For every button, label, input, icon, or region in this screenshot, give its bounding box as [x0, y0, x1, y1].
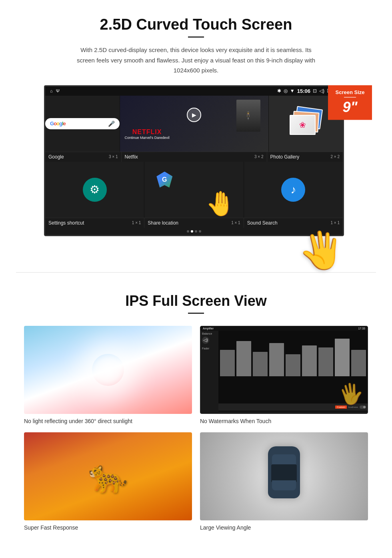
feature-car: Large Viewing Angle — [200, 432, 368, 531]
netflix-tile-label: Netflix 3 × 2 — [122, 152, 267, 162]
bluetooth-icon: ✱ — [277, 88, 281, 94]
eq-bar-9 — [351, 350, 366, 376]
photo-card-3: ❀ — [290, 115, 316, 135]
netflix-tile[interactable]: ▶ 🕴 NETFLIX Continue Marvel's Daredevil — [120, 96, 269, 152]
screen-size-badge: Screen Size 9" — [328, 85, 372, 120]
app-row-2: ⚙ G 🤚 — [45, 162, 343, 218]
settings-tile-inner: ⚙ — [45, 162, 144, 218]
eq-bar-7 — [318, 347, 333, 376]
netflix-subtitle: Continue Marvel's Daredevil — [125, 136, 170, 140]
home-icon: ⌂ — [50, 88, 53, 93]
sound-tile-inner: ♪ — [244, 162, 343, 218]
app-row-1: Google 🎤 ▶ 🕴 — [45, 96, 343, 152]
car-top-view — [264, 446, 304, 506]
status-left-icons: ⌂ Ψ — [50, 88, 60, 93]
share-label-size: 1 × 1 — [231, 221, 240, 225]
sound-label-name: Sound Search — [247, 220, 278, 226]
wifi-icon: ▼ — [290, 88, 295, 94]
section2-underline — [188, 313, 204, 314]
camera-icon: ⊡ — [313, 88, 317, 94]
equalizer-bars — [220, 332, 366, 384]
amp-fader-label: Fader — [202, 347, 217, 350]
sound-search-tile[interactable]: ♪ — [244, 162, 343, 218]
car-image — [200, 432, 368, 520]
car-visual — [200, 432, 368, 520]
settings-tile-bg: ⚙ — [45, 162, 144, 218]
settings-icon: ⚙ — [83, 178, 107, 202]
netflix-play-button[interactable]: ▶ — [187, 108, 201, 122]
gallery-label-name: Photo Gallery — [270, 154, 300, 160]
eq-bar-5 — [286, 354, 300, 376]
maps-icon: G — [156, 172, 176, 192]
amp-volume-icon: ◁) — [202, 337, 209, 344]
android-screen: ⌂ Ψ ✱ ◎ ▼ 15:06 ⊡ ◁) ☒ ▭ — [44, 85, 344, 236]
feature-grid: No light reflecting under 360° direct su… — [24, 326, 368, 531]
amp-sidebar: Balance ◁) Fader — [200, 331, 218, 411]
google-search-bar[interactable]: Google 🎤 — [45, 118, 120, 129]
maps-pin: G — [156, 172, 172, 188]
eq-bar-4 — [269, 343, 284, 376]
netflix-logo: NETFLIX Continue Marvel's Daredevil — [125, 128, 170, 140]
google-tile[interactable]: Google 🎤 — [45, 96, 120, 152]
car-roof — [271, 464, 297, 482]
eq-bar-6 — [302, 345, 317, 376]
dot-3 — [195, 230, 197, 233]
sound-tile-bg: ♪ — [244, 162, 343, 218]
feature-sunlight: No light reflecting under 360° direct su… — [24, 326, 192, 424]
google-mic-icon[interactable]: 🎤 — [108, 120, 115, 127]
cheetah-image: 🐆 — [24, 432, 192, 520]
tile-label-row-1: Google 3 × 1 Netflix 3 × 2 Photo Gallery… — [45, 152, 343, 162]
amp-loudness-label: loudness — [348, 406, 358, 408]
eq-bar-2 — [236, 341, 251, 376]
netflix-label-name: Netflix — [125, 154, 138, 160]
badge-line — [344, 97, 356, 98]
gallery-tile-label: Photo Gallery 2 × 2 — [267, 152, 343, 162]
usb-icon: Ψ — [56, 88, 60, 93]
car-body — [268, 446, 300, 498]
share-label-name: Share location — [148, 220, 178, 226]
section1-description: With 2.5D curved-display screen, this de… — [76, 45, 316, 76]
volume-icon: ◁) — [319, 88, 324, 94]
google-logo: Google — [50, 120, 66, 126]
share-location-tile[interactable]: G 🤚 — [144, 162, 244, 218]
sound-tile-label: Sound Search 1 × 1 — [244, 218, 343, 228]
eq-bar-3 — [253, 352, 268, 376]
car-label: Large Viewing Angle — [200, 524, 368, 531]
share-tile-label: Share location 1 × 1 — [144, 218, 244, 228]
amp-title: Amplifier — [203, 327, 214, 330]
dot-2 — [191, 230, 193, 233]
netflix-text: NETFLIX — [125, 128, 170, 136]
netflix-figure: 🕴 — [236, 100, 260, 132]
amp-status-bar: Amplifier 17:33 — [200, 326, 368, 331]
device-wrapper: ⌂ Ψ ✱ ◎ ▼ 15:06 ⊡ ◁) ☒ ▭ — [44, 85, 348, 236]
google-label-name: Google — [48, 154, 64, 160]
sunlight-visual — [24, 326, 192, 414]
section1-title: 2.5D Curved Touch Screen — [24, 16, 368, 33]
share-tile-inner: G 🤚 — [144, 162, 243, 218]
settings-tile[interactable]: ⚙ — [45, 162, 144, 218]
sound-icon: ♪ — [281, 178, 305, 202]
photo-stack: ❀ — [290, 108, 322, 140]
car-rear — [272, 480, 296, 490]
status-bar: ⌂ Ψ ✱ ◎ ▼ 15:06 ⊡ ◁) ☒ ▭ — [45, 86, 343, 96]
settings-label-name: Settings shortcut — [48, 220, 84, 226]
section-ips-view: IPS Full Screen View No light reflecting… — [0, 285, 392, 543]
amp-main-area: Custom loudness 🖐 — [218, 331, 368, 411]
location-icon: ◎ — [284, 88, 288, 94]
title-underline — [188, 36, 204, 38]
google-tile-inner: Google 🎤 — [45, 96, 120, 152]
netflix-label-size: 3 × 2 — [254, 155, 264, 159]
section-divider — [16, 272, 376, 273]
feature-cheetah: 🐆 Super Fast Response — [24, 432, 192, 531]
dot-1 — [187, 230, 189, 233]
amp-time: 17:33 — [358, 327, 365, 330]
netflix-tile-inner: ▶ 🕴 NETFLIX Continue Marvel's Daredevil — [120, 96, 268, 152]
amplifier-image: Amplifier 17:33 Balance ◁) Fader — [200, 326, 368, 414]
cheetah-icon: 🐆 — [88, 458, 128, 495]
amp-hand-icon: 🖐 — [337, 380, 365, 407]
eq-bar-8 — [335, 339, 350, 376]
amp-body: Balance ◁) Fader — [200, 331, 368, 411]
status-time: 15:06 — [297, 88, 310, 94]
amp-loudness-toggle[interactable] — [360, 405, 366, 409]
sunlight-label: No light reflecting under 360° direct su… — [24, 418, 192, 424]
